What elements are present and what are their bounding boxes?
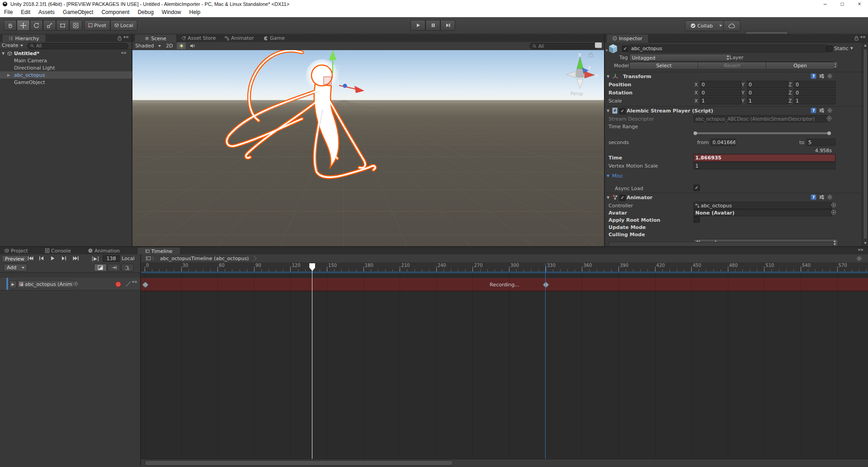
collab-dropdown[interactable]: Collab [685,20,725,31]
static-checkbox[interactable] [826,46,833,52]
gameobject-name-field[interactable]: abc_octopus [629,45,826,52]
active-checkbox[interactable]: ✓ [622,46,628,52]
rect-tool-button[interactable] [56,20,69,31]
rotation-y-field[interactable]: 0 [747,89,788,96]
hierarchy-row-directional-light[interactable]: Directional Light [0,64,132,71]
timeline-settings-gear-icon[interactable] [856,256,862,262]
rotate-tool-button[interactable] [30,20,43,31]
row-menu-icon[interactable]: ▾≡ [121,51,127,55]
misc-label[interactable]: Misc [612,173,623,179]
timeline-breadcrumb[interactable]: abc_octopusTimeline (abc_octopus) [160,256,249,262]
transform-tool-button[interactable] [69,20,82,31]
goto-end-button[interactable] [70,255,81,262]
keyframe-diamond[interactable] [542,281,550,289]
gizmo-plane-handle[interactable] [324,77,331,84]
track-binding-field[interactable]: abc_octopus (Anim [17,280,74,288]
tab-inspector[interactable]: Inspector [606,34,649,42]
scale-tool-button[interactable] [43,20,56,31]
tab-game[interactable]: Game [264,35,285,42]
timeline-ruler[interactable]: 0306090120150180210240270300330360390420… [141,262,868,271]
gizmo-center-cube[interactable] [576,69,584,77]
slider-min-handle[interactable] [693,131,697,135]
projection-label[interactable]: Persp [571,91,583,96]
rotation-x-field[interactable]: 0 [700,89,741,96]
menu-edit[interactable]: Edit [17,8,34,16]
misc-foldout[interactable]: ▼ [607,174,609,178]
from-field[interactable]: 0.041666 [711,139,736,146]
object-picker-icon[interactable] [826,116,832,121]
play-range-button[interactable]: [▶] [90,255,101,262]
timeline-hscrollbar[interactable] [141,459,868,466]
to-field[interactable]: 5 [807,139,835,146]
menu-component[interactable]: Component [97,8,133,16]
hierarchy-row-abc-octopus[interactable]: ▶ abc_octopus [0,71,132,79]
rotation-z-field[interactable]: 0 [794,89,835,96]
maximize-button[interactable]: □ [834,0,851,8]
timeline-play-button[interactable] [47,255,58,262]
hand-tool-button[interactable] [4,20,17,31]
scrollbar-thumb[interactable] [863,49,868,239]
create-dropdown[interactable]: Create [2,42,25,49]
gear-icon[interactable] [827,194,833,200]
edit-mode-replace-button[interactable] [121,264,134,271]
animator-foldout[interactable]: ▼ [607,196,609,200]
panel-menu-icon[interactable]: ▾≡ [858,248,863,252]
panel-menu-icon[interactable]: ▾≡ [860,35,866,39]
help-icon[interactable]: ? [811,73,816,79]
hierarchy-row-root[interactable]: ▼ Untitled* ▾≡ [0,50,132,57]
object-picker-icon[interactable] [831,210,836,215]
curves-toggle-icon[interactable] [126,281,131,286]
tab-animator[interactable]: Animator [225,35,254,42]
gear-icon[interactable] [827,73,833,79]
tab-timeline[interactable]: Timeline [137,247,180,255]
lock-icon[interactable] [854,36,859,41]
scale-z-field[interactable]: 1 [794,97,835,104]
panel-menu-icon[interactable]: ▾≡ [123,35,129,39]
tab-hierarchy[interactable]: Hierarchy [2,34,46,42]
cloud-button[interactable] [723,20,741,31]
close-button[interactable]: × [851,0,868,8]
transform-foldout[interactable]: ▼ [607,75,609,79]
alembic-enabled-checkbox[interactable]: ✓ [619,108,626,114]
apply-root-motion-checkbox[interactable] [693,216,700,223]
recording-track[interactable]: Recording... [141,278,868,291]
lighting-toggle[interactable] [177,42,186,49]
time-field[interactable]: 1.866935 [693,154,835,162]
slider-max-handle[interactable] [827,131,831,135]
tab-asset-store[interactable]: Asset Store [181,35,216,42]
model-select-button[interactable]: Select [629,62,698,70]
pause-button[interactable] [425,20,440,31]
menu-gameobject[interactable]: GameObject [59,8,97,16]
object-picker-icon[interactable] [73,281,78,286]
stream-descriptor-field[interactable]: abc_octopus_ABCDesc (AlembicStreamDescri… [693,115,827,122]
position-z-field[interactable]: 0 [794,81,835,88]
frame-field[interactable]: 138 [103,255,120,262]
fold-open-icon[interactable]: ▼ [2,51,5,56]
gizmo-z-handle[interactable] [343,84,347,88]
presets-icon[interactable] [819,107,825,113]
add-track-button[interactable]: Add [4,264,27,271]
presets-icon[interactable] [819,73,825,79]
scale-y-field[interactable]: 1 [747,97,788,104]
preview-toggle-button[interactable]: Preview [2,255,28,262]
minimize-button[interactable]: – [816,0,834,8]
position-y-field[interactable]: 0 [747,81,788,88]
vertex-motion-scale-field[interactable]: 1 [693,162,835,169]
edit-mode-mix-button[interactable] [94,264,107,271]
local-toggle-button[interactable]: Local [110,20,137,31]
tab-console[interactable]: Console [45,248,71,254]
keyframe-diamond[interactable] [142,281,149,289]
goto-start-button[interactable] [25,255,35,262]
menu-help[interactable]: Help [185,8,205,16]
help-icon[interactable]: ? [811,194,816,200]
tag-dropdown[interactable]: Untagged [629,54,731,61]
presets-icon[interactable] [819,194,825,200]
edit-mode-ripple-button[interactable] [108,264,120,271]
inspector-scrollbar[interactable] [862,42,868,246]
record-button[interactable] [115,281,121,287]
prefab-caret-icon[interactable]: ▾ [606,48,608,52]
next-frame-button[interactable] [59,255,69,262]
static-caret-icon[interactable]: ▾ [850,45,853,51]
controller-field[interactable]: abc_octopus [693,202,832,209]
step-button[interactable] [440,20,455,31]
